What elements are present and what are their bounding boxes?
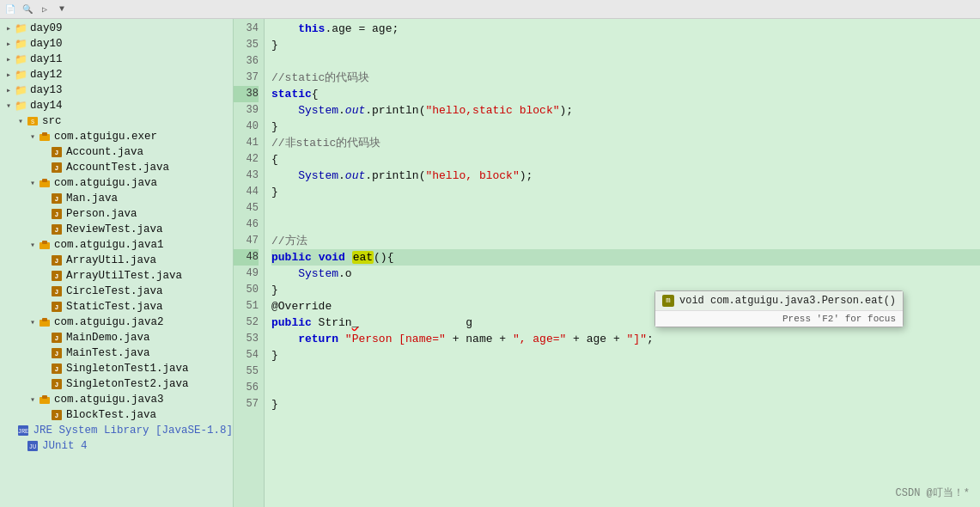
svg-text:J: J bbox=[55, 303, 59, 311]
svg-text:J: J bbox=[55, 164, 59, 172]
sidebar-item-com.atguigu.java[interactable]: ▾com.atguigu.java bbox=[0, 175, 233, 191]
svg-text:J: J bbox=[55, 226, 59, 234]
sidebar-item-ReviewTest.java[interactable]: JReviewTest.java bbox=[0, 222, 233, 237]
sidebar-item-Man.java[interactable]: JMan.java bbox=[0, 191, 233, 206]
file-tree-sidebar: ▸📁day09▸📁day10▸📁day11▸📁day12▸📁day13▾📁day… bbox=[0, 19, 234, 507]
ln-38: 38 bbox=[234, 86, 259, 102]
file-icon: J bbox=[50, 223, 64, 236]
toolbar-icon-1[interactable]: 📄 bbox=[3, 3, 17, 16]
svg-text:J: J bbox=[55, 350, 59, 357]
sidebar-item-com.atguigu.java2[interactable]: ▾com.atguigu.java2 bbox=[0, 315, 233, 330]
sidebar-item-SingletonTest2.java[interactable]: JSingletonTest2.java bbox=[0, 376, 233, 392]
file-icon: J bbox=[50, 346, 64, 360]
sidebar-item-day13[interactable]: ▸📁day13 bbox=[0, 82, 233, 98]
toolbar-icon-3[interactable]: ▷ bbox=[38, 3, 52, 16]
svg-text:J: J bbox=[55, 195, 59, 203]
ln-43: 43 bbox=[234, 168, 259, 184]
ln-40: 40 bbox=[234, 119, 259, 135]
code-line-39: System.out.println("hello,static block")… bbox=[271, 102, 980, 119]
autocomplete-item-text: void com.atguigu.java3.Person.eat() bbox=[679, 295, 896, 307]
ln-56: 56 bbox=[234, 380, 259, 396]
file-icon: 📁 bbox=[14, 83, 27, 97]
sidebar-item-MainDemo.java[interactable]: JMainDemo.java bbox=[0, 330, 233, 345]
code-editor: 34 35 36 37 38 39 40 41 42 43 44 45 46 4… bbox=[234, 19, 980, 507]
sidebar-item-JRE[interactable]: JREJRE System Library [JavaSE-1.8] bbox=[0, 423, 233, 438]
sidebar-item-label: StaticTest.java bbox=[66, 301, 163, 313]
autocomplete-popup[interactable]: m void com.atguigu.java3.Person.eat() Pr… bbox=[654, 290, 904, 327]
sidebar-item-com.atguigu.java1[interactable]: ▾com.atguigu.java1 bbox=[0, 237, 233, 253]
sidebar-item-label: com.atguigu.java2 bbox=[54, 316, 164, 328]
sidebar-item-label: day12 bbox=[30, 69, 63, 81]
sidebar-item-BlockTest.java[interactable]: JBlockTest.java bbox=[0, 407, 233, 423]
tree-arrow: ▾ bbox=[27, 240, 38, 250]
sidebar-item-label: day09 bbox=[30, 22, 63, 34]
tree-arrow: ▸ bbox=[3, 85, 14, 95]
sidebar-item-SingletonTest1.java[interactable]: JSingletonTest1.java bbox=[0, 361, 233, 376]
sidebar-item-MainTest.java[interactable]: JMainTest.java bbox=[0, 345, 233, 361]
toolbar-icon-4[interactable]: ▼ bbox=[55, 3, 69, 16]
toolbar: 📄 🔍 ▷ ▼ bbox=[0, 0, 980, 19]
file-icon bbox=[38, 176, 52, 190]
code-line-41: //非static的代码块 bbox=[271, 135, 980, 151]
code-line-47: //方法 bbox=[271, 233, 980, 249]
sidebar-item-Person.java[interactable]: JPerson.java bbox=[0, 206, 233, 222]
ln-37: 37 bbox=[234, 70, 259, 86]
sidebar-item-CircleTest.java[interactable]: JCircleTest.java bbox=[0, 284, 233, 299]
file-icon: J bbox=[50, 207, 64, 221]
file-icon: J bbox=[50, 192, 64, 205]
sidebar-item-label: day13 bbox=[30, 84, 63, 96]
tree-arrow: ▾ bbox=[3, 101, 14, 111]
sidebar-item-label: MainDemo.java bbox=[66, 332, 150, 344]
sidebar-item-label: com.atguigu.java1 bbox=[54, 239, 164, 251]
svg-text:J: J bbox=[55, 334, 59, 342]
sidebar-item-label: day11 bbox=[30, 53, 63, 65]
sidebar-item-label: com.atguigu.exer bbox=[54, 131, 157, 143]
sidebar-item-AccountTest.java[interactable]: JAccountTest.java bbox=[0, 160, 233, 175]
ln-42: 42 bbox=[234, 151, 259, 168]
code-lines: 34 35 36 37 38 39 40 41 42 43 44 45 46 4… bbox=[234, 19, 980, 507]
sidebar-item-src[interactable]: ▾Ssrc bbox=[0, 113, 233, 129]
code-line-46 bbox=[271, 217, 980, 233]
svg-text:J: J bbox=[55, 412, 59, 419]
ln-35: 35 bbox=[234, 37, 259, 53]
code-text[interactable]: this.age = age; } //static的代码块 static{ S… bbox=[265, 19, 980, 507]
svg-rect-9 bbox=[42, 179, 47, 182]
sidebar-item-label: src bbox=[42, 115, 62, 127]
file-icon: J bbox=[50, 377, 64, 391]
ln-39: 39 bbox=[234, 102, 259, 119]
sidebar-item-com.atguigu.java3[interactable]: ▾com.atguigu.java3 bbox=[0, 392, 233, 407]
ln-49: 49 bbox=[234, 266, 259, 282]
sidebar-item-label: com.atguigu.java3 bbox=[54, 394, 164, 406]
file-icon: J bbox=[50, 408, 64, 422]
tree-arrow: ▸ bbox=[3, 70, 14, 80]
sidebar-item-Account.java[interactable]: JAccount.java bbox=[0, 144, 233, 160]
code-line-55 bbox=[271, 363, 980, 380]
sidebar-item-day09[interactable]: ▸📁day09 bbox=[0, 21, 233, 36]
file-icon: J bbox=[50, 284, 64, 298]
sidebar-item-day14[interactable]: ▾📁day14 bbox=[0, 98, 233, 113]
sidebar-item-StaticTest.java[interactable]: JStaticTest.java bbox=[0, 299, 233, 315]
sidebar-item-ArrayUtil.java[interactable]: JArrayUtil.java bbox=[0, 253, 233, 268]
code-line-42: { bbox=[271, 151, 980, 168]
sidebar-item-day12[interactable]: ▸📁day12 bbox=[0, 67, 233, 82]
svg-text:S: S bbox=[31, 119, 34, 125]
autocomplete-method-icon: m bbox=[662, 295, 674, 307]
ln-55: 55 bbox=[234, 363, 259, 380]
file-icon: 📁 bbox=[14, 52, 27, 66]
code-line-57: } bbox=[271, 396, 980, 412]
sidebar-item-ArrayUtilTest.java[interactable]: JArrayUtilTest.java bbox=[0, 268, 233, 284]
sidebar-item-JUnit4[interactable]: JUJUnit 4 bbox=[0, 438, 233, 454]
file-icon: J bbox=[50, 300, 64, 314]
toolbar-icon-2[interactable]: 🔍 bbox=[21, 3, 34, 16]
sidebar-item-day11[interactable]: ▸📁day11 bbox=[0, 52, 233, 67]
sidebar-item-day10[interactable]: ▸📁day10 bbox=[0, 36, 233, 52]
file-icon: 📁 bbox=[14, 21, 27, 35]
autocomplete-item[interactable]: m void com.atguigu.java3.Person.eat() bbox=[655, 291, 903, 310]
sidebar-item-com.atguigu.exer[interactable]: ▾com.atguigu.exer bbox=[0, 129, 233, 144]
sidebar-item-label: SingletonTest2.java bbox=[66, 378, 189, 390]
watermark: CSDN @叮当！* bbox=[896, 486, 970, 500]
sidebar-item-label: AccountTest.java bbox=[66, 162, 169, 174]
code-line-53: return "Person [name=" + name + ", age="… bbox=[271, 331, 980, 347]
code-line-34: this.age = age; bbox=[271, 21, 980, 37]
ln-53: 53 bbox=[234, 331, 259, 347]
